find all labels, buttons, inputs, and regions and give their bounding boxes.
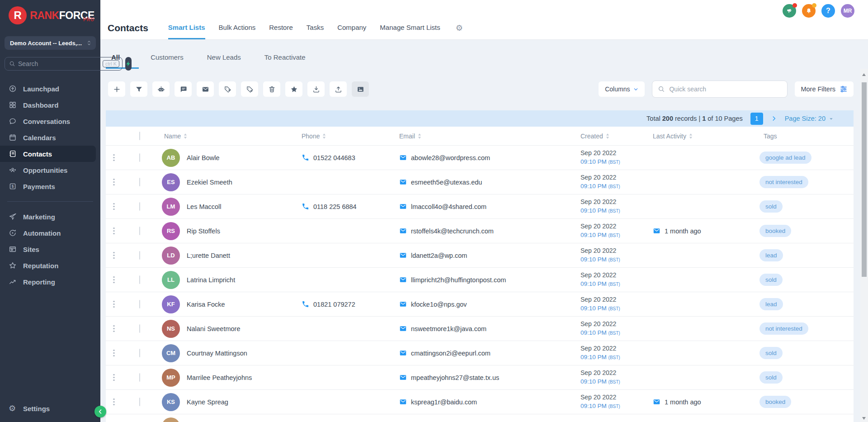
sidebar-item-calendars[interactable]: Calendars: [0, 129, 100, 146]
contact-email[interactable]: nsweetmore1k@java.com: [411, 325, 486, 332]
row-menu-button[interactable]: [106, 203, 122, 210]
row-checkbox[interactable]: [139, 398, 140, 406]
column-header-name[interactable]: Name: [142, 133, 298, 140]
contact-name[interactable]: Alair Bowle: [187, 154, 220, 161]
row-checkbox[interactable]: [139, 178, 140, 186]
topnav-item-tasks[interactable]: Tasks: [307, 17, 324, 39]
contact-name[interactable]: Karisa Focke: [187, 301, 225, 308]
scroll-up-arrow[interactable]: [862, 73, 866, 76]
select-all-checkbox[interactable]: [139, 132, 140, 140]
row-menu-button[interactable]: [106, 154, 122, 161]
contact-phone[interactable]: 01522 044683: [313, 154, 355, 161]
contact-phone[interactable]: 01821 079272: [313, 301, 355, 308]
contact-name[interactable]: Rip Stoffels: [187, 228, 220, 235]
column-header-last-activity[interactable]: Last Activity: [647, 133, 760, 140]
row-menu-button[interactable]: [106, 276, 122, 284]
contact-name[interactable]: Marrilee Peatheyjohns: [187, 374, 252, 381]
tag-badge[interactable]: sold: [760, 200, 783, 213]
row-menu-button[interactable]: [106, 374, 122, 381]
sidebar-item-payments[interactable]: $Payments: [0, 178, 100, 194]
contact-email[interactable]: lmaccoll4o@4shared.com: [411, 203, 486, 210]
delete-contacts-button[interactable]: [263, 81, 280, 97]
tag-badge[interactable]: sold: [760, 347, 783, 359]
add-contact-button[interactable]: [108, 81, 125, 97]
sort-icon[interactable]: [605, 133, 610, 139]
more-filters-button[interactable]: More Filters: [795, 81, 854, 97]
row-checkbox[interactable]: [139, 324, 140, 333]
sidebar-item-reputation[interactable]: Reputation: [0, 257, 100, 274]
row-checkbox[interactable]: [139, 202, 140, 211]
sidebar-item-dashboard[interactable]: Dashboard: [0, 97, 100, 113]
sidebar-search-input[interactable]: [18, 60, 100, 67]
topnav-item-bulk-actions[interactable]: Bulk Actions: [219, 17, 256, 39]
announcements-button[interactable]: [783, 4, 796, 18]
tag-badge[interactable]: booked: [760, 225, 791, 237]
export-contacts-button[interactable]: [330, 81, 347, 97]
help-button[interactable]: ?: [821, 4, 835, 18]
tag-badge[interactable]: sold: [760, 371, 783, 384]
contact-phone[interactable]: 0118 225 6884: [313, 203, 357, 210]
row-checkbox[interactable]: [139, 251, 140, 260]
user-avatar[interactable]: MR: [841, 4, 854, 18]
topnav-item-manage-smart-lists[interactable]: Manage Smart Lists: [380, 17, 440, 39]
sidebar-item-sites[interactable]: Sites: [0, 241, 100, 257]
sort-icon[interactable]: [322, 133, 326, 139]
contact-email[interactable]: ldanett2a@wp.com: [411, 252, 467, 259]
contact-email[interactable]: mpeatheyjohns27@state.tx.us: [411, 374, 499, 381]
contact-name[interactable]: Latrina Limpricht: [187, 276, 235, 284]
next-page-icon[interactable]: [771, 115, 777, 122]
column-header-phone[interactable]: Phone: [298, 133, 396, 140]
tab-new-leads[interactable]: New Leads: [195, 53, 253, 69]
row-menu-button[interactable]: [106, 301, 122, 308]
row-checkbox[interactable]: [139, 153, 140, 162]
scrollbar-thumb[interactable]: [862, 82, 867, 277]
account-switcher[interactable]: Demo Account -- Leeds,...: [5, 36, 96, 50]
contact-name[interactable]: Kayne Spreag: [187, 398, 228, 406]
contact-email[interactable]: abowle28@wordpress.com: [411, 154, 490, 161]
column-header-created[interactable]: Created: [580, 133, 647, 140]
notifications-button[interactable]: [802, 4, 816, 18]
sidebar-item-launchpad[interactable]: Launchpad: [0, 81, 100, 97]
contact-name[interactable]: Nalani Sweetmore: [187, 325, 240, 332]
sidebar-item-reporting[interactable]: Reporting: [0, 274, 100, 290]
tag-badge[interactable]: lead: [760, 298, 783, 310]
sidebar-search[interactable]: ctrl K: [5, 57, 123, 71]
row-menu-button[interactable]: [106, 179, 122, 186]
row-checkbox[interactable]: [139, 349, 140, 357]
remove-tag-button[interactable]: [241, 81, 258, 97]
row-menu-button[interactable]: [106, 325, 122, 332]
contact-email[interactable]: esmeeth5e@utexas.edu: [411, 179, 482, 186]
sidebar-item-contacts[interactable]: Contacts: [0, 146, 96, 162]
contact-email[interactable]: kfocke1o@nps.gov: [411, 301, 467, 308]
sort-icon[interactable]: [689, 133, 693, 139]
sidebar-item-opportunities[interactable]: Opportunities: [0, 162, 100, 178]
tag-badge[interactable]: lead: [760, 249, 783, 261]
columns-dropdown[interactable]: Columns: [599, 81, 645, 97]
tag-badge[interactable]: not interested: [760, 322, 808, 335]
contact-email[interactable]: llimpricht2h@huffingtonpost.com: [411, 276, 506, 284]
send-email-button[interactable]: [197, 81, 214, 97]
tag-badge[interactable]: not interested: [760, 176, 808, 188]
row-checkbox[interactable]: [139, 227, 140, 235]
row-checkbox[interactable]: [139, 275, 140, 284]
topnav-item-restore[interactable]: Restore: [269, 17, 293, 39]
contact-name[interactable]: Courtnay Mattingson: [187, 350, 247, 357]
merge-contacts-button[interactable]: [352, 81, 369, 97]
tag-badge[interactable]: google ad lead: [760, 152, 811, 164]
row-menu-button[interactable]: [106, 350, 122, 357]
quick-search-input[interactable]: [669, 85, 782, 93]
contact-email[interactable]: kspreag1r@baidu.com: [411, 398, 477, 406]
topnav-item-company[interactable]: Company: [337, 17, 366, 39]
contact-email[interactable]: rstoffels4k@techcrunch.com: [411, 228, 494, 235]
add-tag-button[interactable]: [219, 81, 236, 97]
page-1-button[interactable]: 1: [750, 113, 763, 125]
sidebar-item-automation[interactable]: Automation: [0, 225, 100, 241]
sort-icon[interactable]: [417, 133, 422, 139]
contact-email[interactable]: cmattingson2i@eepurl.com: [411, 350, 491, 357]
page-size-dropdown[interactable]: Page Size: 20: [785, 115, 834, 122]
quick-actions-button[interactable]: [125, 57, 132, 71]
contact-name[interactable]: Ezekiel Smeeth: [187, 179, 232, 186]
row-checkbox[interactable]: [139, 300, 140, 308]
topnav-item-smart-lists[interactable]: Smart Lists: [168, 17, 205, 39]
row-menu-button[interactable]: [106, 398, 122, 406]
